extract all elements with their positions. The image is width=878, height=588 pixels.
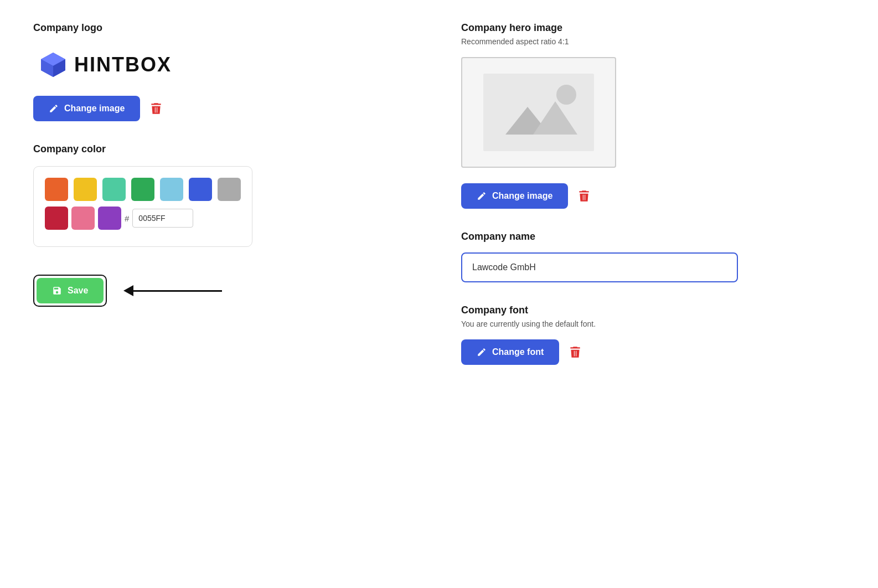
save-icon bbox=[52, 286, 62, 296]
color-row-2: # bbox=[45, 207, 241, 230]
save-button-wrapper: Save bbox=[33, 275, 107, 307]
hero-title: Company hero image bbox=[461, 22, 845, 34]
svg-point-7 bbox=[556, 85, 576, 105]
save-button[interactable]: Save bbox=[37, 278, 104, 303]
trash-icon-font bbox=[568, 345, 582, 359]
delete-hero-button[interactable] bbox=[577, 189, 591, 203]
font-actions: Change font bbox=[461, 339, 845, 365]
color-picker-box: # bbox=[33, 166, 252, 247]
color-swatch-yellow[interactable] bbox=[74, 178, 97, 201]
company-hero-section: Company hero image Recommended aspect ra… bbox=[461, 22, 845, 209]
color-swatch-blue[interactable] bbox=[189, 178, 212, 201]
save-section: Save bbox=[33, 275, 395, 307]
company-font-title: Company font bbox=[461, 305, 845, 316]
color-swatch-orange[interactable] bbox=[45, 178, 68, 201]
delete-logo-button[interactable] bbox=[149, 101, 163, 116]
hex-input[interactable] bbox=[132, 209, 193, 228]
hero-actions: Change image bbox=[461, 183, 845, 209]
logo-text: HINTBOX bbox=[74, 53, 172, 76]
pencil-icon-hero bbox=[477, 191, 487, 201]
change-hero-button[interactable]: Change image bbox=[461, 183, 568, 209]
color-row-1 bbox=[45, 178, 241, 201]
pencil-icon bbox=[49, 104, 59, 114]
company-name-section: Company name bbox=[461, 231, 845, 282]
change-logo-button[interactable]: Change image bbox=[33, 96, 140, 121]
pencil-icon-font bbox=[477, 347, 487, 357]
svg-rect-4 bbox=[483, 74, 594, 151]
hex-label: # bbox=[125, 214, 129, 223]
company-color-section: Company color # bbox=[33, 143, 395, 247]
color-swatch-pink[interactable] bbox=[71, 207, 95, 230]
company-logo-section: Company logo HINTBOX Change image bbox=[33, 22, 395, 121]
delete-font-button[interactable] bbox=[568, 345, 582, 359]
color-swatch-teal[interactable] bbox=[102, 178, 126, 201]
arrow-shaft bbox=[133, 290, 222, 292]
company-font-section: Company font You are currently using the… bbox=[461, 305, 845, 365]
company-color-title: Company color bbox=[33, 143, 395, 155]
color-swatch-gray[interactable] bbox=[218, 178, 241, 201]
logo-display: HINTBOX bbox=[39, 50, 395, 79]
trash-icon bbox=[149, 101, 163, 116]
color-swatch-red[interactable] bbox=[45, 207, 68, 230]
hintbox-logo-icon bbox=[39, 50, 68, 79]
arrow-head bbox=[123, 285, 133, 296]
trash-icon-hero bbox=[577, 189, 591, 203]
color-swatch-purple[interactable] bbox=[98, 207, 121, 230]
logo-actions: Change image bbox=[33, 96, 395, 121]
image-placeholder-icon bbox=[483, 74, 594, 151]
color-swatch-light-blue[interactable] bbox=[160, 178, 183, 201]
color-swatch-green[interactable] bbox=[131, 178, 154, 201]
hero-image-placeholder bbox=[461, 57, 616, 168]
company-logo-title: Company logo bbox=[33, 22, 395, 34]
change-font-button[interactable]: Change font bbox=[461, 339, 559, 365]
hero-subtitle: Recommended aspect ratio 4:1 bbox=[461, 37, 845, 46]
arrow-indicator bbox=[123, 285, 222, 296]
company-name-input[interactable] bbox=[461, 252, 738, 282]
company-name-title: Company name bbox=[461, 231, 845, 243]
company-font-subtitle: You are currently using the default font… bbox=[461, 319, 845, 328]
